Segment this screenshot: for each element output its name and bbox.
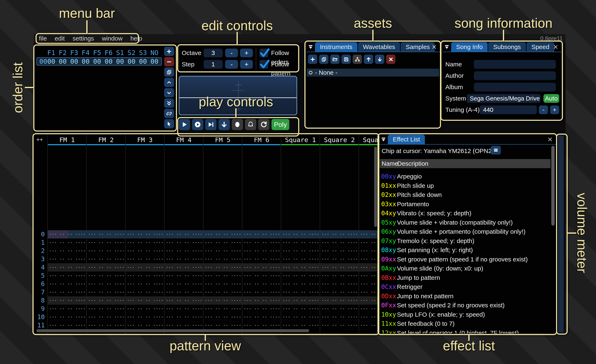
pattern-cell[interactable]: ··· ·· ·· ···· [281, 280, 320, 288]
pattern-cell[interactable]: ··· ·· ·· ···· [48, 305, 87, 313]
effect-row-0Bxx[interactable]: 0Bxx Jump to pattern [379, 274, 551, 282]
effect-row-0Axy[interactable]: 0Axy Volume slide (0y: down; x0: up) [379, 264, 551, 273]
effect-row-00xy[interactable]: 00xy Arpeggio [379, 172, 551, 181]
pattern-cell[interactable]: ··· ·· ·· ···· [164, 313, 203, 321]
pattern-cell[interactable]: ··· ·· ·· ···· [320, 296, 359, 305]
pattern-cell[interactable]: ··· ·· ·· ···· [203, 321, 242, 329]
effect-list-menu-button[interactable] [491, 146, 501, 154]
system-select[interactable]: Sega Genesis/Mega Drive [467, 94, 541, 103]
pattern-cell[interactable]: ··· ·· ·· ···· [48, 272, 87, 280]
pattern-cell[interactable]: ··· ·· ·· ···· [203, 255, 242, 263]
effect-row-0Fxx[interactable]: 0Fxx Set speed (speed 2 if no grooves ex… [379, 301, 551, 309]
pattern-cell[interactable]: ··· ·· ·· ···· [125, 313, 164, 321]
effect-row-0Cxx[interactable]: 0Cxx Retrigger [379, 283, 551, 291]
pattern-cell[interactable]: ··· ·· ·· ···· [242, 272, 281, 280]
pattern-cell[interactable]: ··· ·· ·· ···· [242, 288, 281, 296]
pattern-cell[interactable]: ··· ·· ·· ···· [320, 288, 359, 296]
effect-row-10xy[interactable]: 10xy Setup LFO (x: enable; y: speed) [379, 310, 551, 319]
pattern-cell[interactable]: ··· ·· ·· ···· [281, 296, 320, 305]
pattern-cell[interactable]: ··· ·· ·· ···· [164, 239, 203, 247]
pattern-cell[interactable]: ··· ·· ·· ···· [320, 321, 359, 329]
open-asset-button[interactable] [330, 55, 340, 64]
pattern-cell[interactable]: ··· ·· ·· ···· [281, 230, 320, 239]
pattern-horizontal-scrollbar[interactable] [37, 329, 309, 332]
pattern-cell[interactable]: ··· ·· ·· ···· [320, 313, 359, 321]
pattern-cell[interactable]: ··· ·· ·· ···· [320, 280, 359, 288]
collapse-window-button[interactable] [306, 42, 315, 52]
pattern-cell[interactable]: ··· ·· ·· ···· [203, 305, 242, 313]
channel-header-fm-2[interactable]: FM 2 [87, 136, 125, 144]
pattern-cell[interactable]: ··· ·· ·· ···· [242, 305, 281, 313]
pattern-cell[interactable]: ··· ·· ·· ···· [164, 230, 203, 239]
effect-row-02xx[interactable]: 02xx Pitch slide down [379, 191, 551, 199]
pattern-cell[interactable]: ··· ·· ·· ···· [359, 247, 378, 255]
effect-row-03xx[interactable]: 03xx Portamento [379, 200, 551, 208]
metronome-button[interactable] [245, 119, 256, 130]
pattern-cell[interactable]: ··· ·· ·· ···· [359, 255, 378, 263]
pattern-cell[interactable]: ··· ·· ·· ···· [164, 305, 203, 313]
pattern-cell[interactable]: ··· ·· ·· ···· [125, 272, 164, 280]
pattern-cell[interactable]: ··· ·· ·· ···· [48, 247, 87, 255]
menu-item-file[interactable]: file [35, 35, 51, 42]
author-input[interactable] [474, 71, 556, 80]
repeat-pattern-button[interactable] [258, 119, 269, 130]
pattern-cell[interactable]: ··· ·· ·· ···· [87, 255, 125, 263]
pattern-cell[interactable]: ··· ·· ·· ···· [87, 230, 125, 239]
name-input[interactable] [474, 60, 556, 69]
follow-orders-checkbox[interactable] [260, 49, 268, 57]
order-cell[interactable]: 00 [137, 58, 149, 65]
pattern-cell[interactable]: ··· ·· ·· ···· [242, 255, 281, 263]
order-cell[interactable]: 00 [91, 58, 103, 65]
close-window-button[interactable] [545, 135, 555, 144]
order-cell[interactable]: 00 [57, 58, 68, 65]
pattern-cell[interactable]: ··· ·· ·· ···· [48, 296, 87, 305]
pattern-cell[interactable]: ··· ·· ·· ···· [320, 272, 359, 280]
channel-header-square-3[interactable]: Square 3 [359, 136, 378, 144]
channel-header-fm-6[interactable]: FM 6 [242, 136, 281, 144]
menu-item-edit[interactable]: edit [51, 35, 68, 42]
step-one-row-button[interactable] [218, 119, 230, 130]
pattern-cell[interactable]: ··· ·· ·· ···· [203, 313, 242, 321]
channel-header-square-2[interactable]: Square 2 [320, 136, 359, 144]
tuning-minus-button[interactable]: - [539, 105, 548, 114]
pattern-cell[interactable]: ··· ·· ·· ···· [87, 296, 125, 305]
effect-row-01xx[interactable]: 01xx Pitch slide up [379, 182, 551, 190]
pattern-cell[interactable]: ··· ·· ·· ···· [242, 230, 281, 239]
duplicate-order-button[interactable] [164, 67, 174, 77]
save-asset-button[interactable] [342, 55, 351, 64]
pattern-cell[interactable]: ··· ·· ·· ···· [359, 230, 378, 239]
octave-value[interactable]: 3 [204, 49, 223, 57]
pattern-cell[interactable]: ··· ·· ·· ···· [242, 280, 281, 288]
pattern-cell[interactable]: ··· ·· ·· ···· [320, 305, 359, 313]
tab-subsongs[interactable]: Subsongs [488, 42, 526, 52]
pattern-cell[interactable]: ··· ·· ·· ···· [281, 313, 320, 321]
play-from-cursor-button[interactable] [192, 119, 203, 130]
pattern-cell[interactable]: ··· ·· ·· ···· [48, 313, 87, 321]
menu-item-help[interactable]: help [127, 35, 146, 42]
channel-header-fm-1[interactable]: FM 1 [48, 136, 87, 144]
pattern-cell[interactable]: ··· ·· ·· ···· [203, 272, 242, 280]
pattern-cell[interactable]: ··· ·· ·· ···· [320, 239, 359, 247]
delete-asset-button[interactable] [386, 55, 395, 64]
pattern-cell[interactable]: ··· ·· ·· ···· [164, 296, 203, 305]
pattern-cell[interactable]: ··· ·· ·· ···· [203, 296, 242, 305]
pattern-cell[interactable]: ··· ·· ·· ···· [281, 305, 320, 313]
effect-row-06xy[interactable]: 06xy Volume slide + portamento (compatib… [379, 227, 551, 236]
pattern-cell[interactable]: ··· ·· ·· ···· [203, 288, 242, 296]
collapse-window-button[interactable] [442, 42, 451, 52]
collapse-window-button[interactable] [379, 135, 388, 144]
follow-pattern-checkbox[interactable] [260, 60, 268, 69]
effect-row-08xy[interactable]: 08xy Set panning (x: left; y: right) [379, 246, 551, 254]
play-one-row-button[interactable] [205, 119, 216, 130]
stop-button[interactable] [232, 119, 243, 130]
order-edit-mode-button[interactable] [164, 119, 174, 128]
effect-row-12xx[interactable]: 12xx Set level of operator 1 (0 highest,… [379, 329, 551, 334]
pattern-cell[interactable]: ··· ·· ·· ···· [242, 313, 281, 321]
order-row-selected[interactable]: 0000000000000000000000 [37, 57, 162, 66]
pattern-cell[interactable]: ··· ·· ·· ···· [87, 288, 125, 296]
pattern-cell[interactable]: ··· ·· ·· ···· [320, 247, 359, 255]
pattern-cell[interactable]: ··· ·· ·· ···· [125, 288, 164, 296]
move-order-down-button[interactable] [164, 88, 174, 97]
tab-speed[interactable]: Speed [527, 42, 554, 52]
pattern-cell[interactable]: ··· ·· ·· ···· [242, 296, 281, 305]
